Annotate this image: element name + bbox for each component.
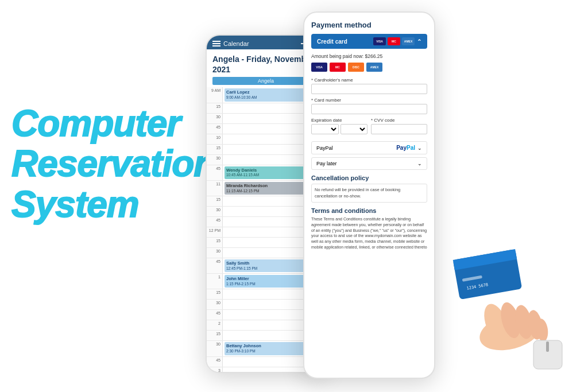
expiry-group: Expiration date (311, 118, 368, 138)
svg-rect-1 (212, 43, 220, 44)
main-title: Computer Reservation System (11, 103, 207, 224)
chevron-up-icon: ⌃ (417, 38, 421, 45)
mastercard-logo: MC (388, 37, 400, 45)
expiry-month-select[interactable] (311, 124, 339, 134)
amex-pay-logo: AMEX (366, 63, 382, 72)
paypal-logo: PayPal (396, 145, 415, 151)
calendar-header-label: Calendar (223, 40, 249, 47)
expiry-year-select[interactable] (341, 124, 368, 134)
time-9am: 9 AM (207, 87, 223, 102)
title-line2: Reservation (11, 143, 207, 184)
paypal-option[interactable]: PayPal PayPal ⌄ (311, 141, 427, 154)
title-line1: Computer (11, 103, 207, 143)
expiry-cvv-row: Expiration date * CVV code (311, 118, 427, 138)
pay-later-label: Pay later (316, 161, 337, 166)
cvv-group: * CVV code (371, 118, 427, 138)
card-logos: VISA MC AMEX (373, 37, 415, 45)
cancellation-box: No refund will be provided in case of bo… (311, 184, 427, 203)
cvv-input[interactable] (371, 124, 427, 134)
pay-later-chevron: ⌄ (417, 161, 422, 166)
visa-pay-logo: VISA (311, 63, 327, 72)
amex-logo: AMEX (402, 37, 415, 45)
title-line3: System (11, 184, 207, 224)
hand-card-illustration: 1234 5678 (427, 220, 588, 381)
pay-later-option[interactable]: Pay later ⌄ (311, 157, 427, 170)
payment-section-title: Payment method (311, 21, 427, 29)
mc-pay-logo: MC (330, 63, 346, 72)
cardholder-label: * Cardholder's name (311, 77, 427, 83)
discover-pay-logo: DISC (348, 63, 364, 72)
svg-rect-2 (212, 45, 220, 46)
terms-text: These Terms and Conditions constitute a … (311, 216, 427, 250)
payment-content: Payment method Credit card VISA MC AMEX … (304, 13, 434, 378)
svg-rect-20 (546, 341, 549, 352)
paypal-chevron: ⌄ (417, 145, 422, 151)
expiry-label: Expiration date (311, 118, 368, 123)
paypal-label: PayPal (316, 145, 333, 151)
card-number-label: * Card number (311, 98, 427, 103)
hand-svg: 1234 5678 (427, 220, 588, 381)
terms-title: Terms and conditions (311, 207, 427, 214)
cvv-label: * CVV code (371, 118, 427, 123)
cardholder-input[interactable] (311, 84, 427, 94)
credit-card-bar[interactable]: Credit card VISA MC AMEX ⌃ (311, 34, 427, 49)
menu-icon (212, 41, 220, 46)
cancellation-title: Cancellation policy (311, 174, 427, 181)
cancellation-text: No refund will be provided in case of bo… (315, 187, 400, 199)
pay-logos-row: VISA MC DISC AMEX (311, 63, 427, 72)
amount-text: Amount being paid now: $266.25 (311, 53, 427, 59)
visa-logo: VISA (373, 37, 386, 45)
payment-phone-mockup: Payment method Credit card VISA MC AMEX … (303, 11, 435, 379)
card-number-input[interactable] (311, 104, 427, 114)
credit-card-label: Credit card (317, 38, 347, 45)
svg-rect-0 (212, 41, 220, 42)
